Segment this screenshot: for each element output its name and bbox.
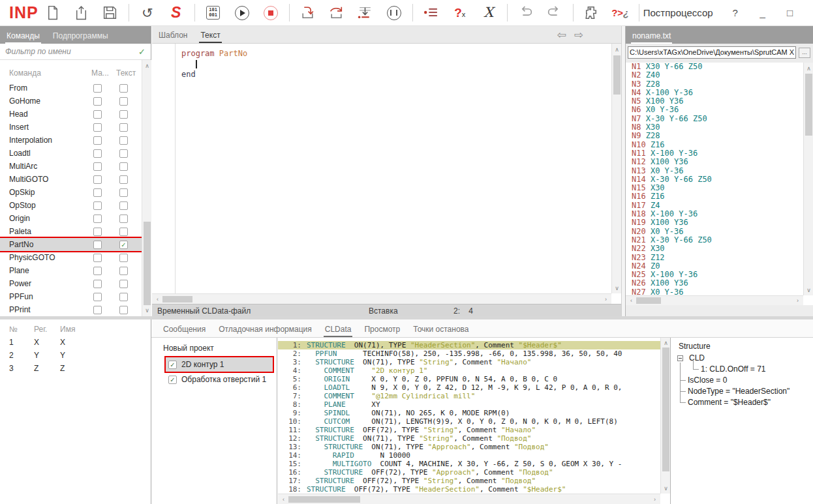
text-checkbox[interactable] <box>119 293 128 301</box>
text-checkbox[interactable] <box>119 306 128 314</box>
project-root[interactable]: Новый проект <box>163 344 214 353</box>
step-into-button[interactable] <box>298 3 318 23</box>
command-row-gohome[interactable]: GoHome <box>0 95 142 108</box>
bottom-tab-отладочная-информация[interactable]: Отладочная информация <box>217 325 313 337</box>
filter-checkmark-icon[interactable]: ✓ <box>138 47 146 57</box>
revert-button[interactable]: ↺ <box>138 3 157 23</box>
macro-checkbox[interactable] <box>93 175 102 184</box>
tab-template[interactable]: Шаблон <box>157 31 189 43</box>
cldata-line[interactable]: 15: MULTIGOTO COUNT 4, MACHINE, X 30, Y … <box>278 460 660 468</box>
macro-checkbox[interactable] <box>93 267 102 275</box>
cldata-line[interactable]: 2: PPFUN TECHINFO(58), 250, -135.998, -6… <box>278 349 660 358</box>
command-row-paleta[interactable]: Paleta <box>0 225 142 238</box>
cldata-line[interactable]: 16: STRUCTURE OFF(72), TYPE "Approach", … <box>278 468 660 477</box>
step-over-button[interactable] <box>327 3 346 23</box>
text-checkbox[interactable] <box>119 110 128 119</box>
command-row-physicgoto[interactable]: PhysicGOTO <box>0 251 142 264</box>
cldata-line[interactable]: 4: COMMENT "2D контур 1" <box>278 366 660 375</box>
cldata-line[interactable]: 3: STRUCTURE ON(71), TYPE "String", Comm… <box>278 358 660 366</box>
text-checkbox[interactable]: ✓ <box>119 241 128 249</box>
help-button[interactable]: ? <box>730 7 741 18</box>
cldata-line[interactable]: 7: COMMENT "@12mm Cylindrical mill" <box>278 392 660 400</box>
commands-scrollbar[interactable]: ∧ ∨ <box>142 60 151 316</box>
command-row-interpolation[interactable]: Interpolation <box>0 134 142 147</box>
tab-noname-txt[interactable]: noname.txt <box>631 31 672 44</box>
cldata-line[interactable]: 12: STRUCTURE ON(71), TYPE "String", Com… <box>278 434 660 443</box>
cldata-line[interactable]: 5: ORIGIN X 0, Y 0, Z 0, PPFUN 0, N 54, … <box>278 375 660 383</box>
cldata-line[interactable]: 1:STRUCTURE ON(71), TYPE "HeaderSection"… <box>278 341 660 349</box>
output-hscrollbar[interactable]: ‹ › <box>626 295 803 305</box>
macro-checkbox[interactable] <box>93 201 102 210</box>
macro-checkbox[interactable] <box>93 280 102 288</box>
command-row-opstop[interactable]: OpStop <box>0 199 142 212</box>
text-checkbox[interactable] <box>119 215 128 223</box>
bottom-tab-сообщения[interactable]: Сообщения <box>162 325 207 337</box>
cldata-line[interactable]: 6: LOADTL N 9, X 0, Y 0, Z 42, D 12, M -… <box>278 383 660 392</box>
macro-checkbox[interactable] <box>93 136 102 145</box>
vertical-splitter[interactable] <box>621 26 625 316</box>
structure-prop-nodetype[interactable]: NodeType = "HeaderSection" <box>688 387 790 396</box>
maximize-button[interactable]: □ <box>785 7 795 18</box>
text-checkbox[interactable] <box>119 123 128 132</box>
command-row-multigoto[interactable]: MultiGOTO <box>0 173 142 186</box>
text-checkbox[interactable] <box>119 228 128 236</box>
macro-checkbox[interactable] <box>93 254 102 262</box>
output-path-input[interactable]: C:\Users\xTAGx\OneDrive\Документы\SprutC… <box>628 46 796 59</box>
stop-button[interactable] <box>261 3 281 23</box>
save-file-button[interactable] <box>100 3 120 23</box>
command-row-from[interactable]: From <box>0 82 142 95</box>
gcode-binary-button[interactable]: 101 001 <box>204 3 223 23</box>
text-checkbox[interactable] <box>119 280 128 288</box>
cldata-line[interactable]: 10: CUTCOM ON(71), LENGTH(9)9, X 0, Y 0,… <box>278 417 660 426</box>
text-checkbox[interactable] <box>119 188 128 197</box>
macro-checkbox[interactable] <box>93 123 102 132</box>
redo-button[interactable] <box>545 3 564 23</box>
cldata-line[interactable]: 9: SPINDL ON(71), NO 265, K 0, MODE RPM(… <box>278 409 660 417</box>
open-file-button[interactable] <box>72 3 91 23</box>
command-row-origin[interactable]: Origin <box>0 212 142 225</box>
macro-checkbox[interactable] <box>93 188 102 197</box>
code-editor[interactable]: program PartNo end <box>152 44 611 293</box>
pause-button[interactable] <box>384 3 404 23</box>
command-row-partno[interactable]: PartNo✓ <box>0 238 142 251</box>
minimize-button[interactable]: _ <box>758 7 768 18</box>
forward-icon[interactable]: ⇨ <box>574 28 583 42</box>
tab-subroutines[interactable]: Подпрограммы <box>52 31 110 44</box>
text-checkbox[interactable] <box>119 254 128 262</box>
cldata-hscrollbar[interactable]: ‹ › <box>278 494 660 504</box>
macro-checkbox[interactable] <box>93 228 102 236</box>
text-checkbox[interactable] <box>119 136 128 145</box>
text-checkbox[interactable] <box>119 201 128 210</box>
text-checkbox[interactable] <box>119 267 128 275</box>
cldata-listing[interactable]: 1:STRUCTURE ON(71), TYPE "HeaderSection"… <box>278 338 660 494</box>
cldata-line[interactable]: 13: STRUCTURE ON(71), TYPE "Approach", C… <box>278 443 660 451</box>
filter-row[interactable]: Фильтр по имени ✓ <box>0 44 151 60</box>
macro-checkbox[interactable] <box>93 110 102 119</box>
macro-checkbox[interactable] <box>93 215 102 223</box>
tab-text[interactable]: Текст <box>199 31 221 43</box>
editor-hscrollbar[interactable]: ‹ › <box>152 293 611 304</box>
text-checkbox[interactable] <box>119 97 128 106</box>
cldata-line[interactable]: 14: RAPID N 10000 <box>278 451 660 460</box>
macro-checkbox[interactable] <box>93 162 102 171</box>
browse-button[interactable]: ... <box>799 48 810 58</box>
text-checkbox[interactable] <box>119 175 128 184</box>
text-checkbox[interactable] <box>119 84 128 93</box>
evaluate-button[interactable]: ?x <box>450 3 470 23</box>
cldata-line[interactable]: 17: STRUCTURE OFF(72), TYPE "String", Co… <box>278 477 660 485</box>
new-file-button[interactable] <box>43 3 63 23</box>
project-item[interactable]: ✓Обработка отверстий 1 <box>166 372 273 387</box>
macro-checkbox[interactable] <box>93 241 102 249</box>
command-row-pprint[interactable]: PPrint <box>0 303 142 316</box>
back-icon[interactable]: ⇦ <box>557 28 566 42</box>
filter-input[interactable]: Фильтр по имени <box>5 47 138 56</box>
variables-button[interactable]: X <box>479 3 499 23</box>
structure-prop-comment[interactable]: Comment = "$Header$" <box>688 398 771 407</box>
gcode-listing[interactable]: N1 X30 Y-66 Z50N2 Z40N3 Z28N4 X-100 Y-36… <box>626 63 803 295</box>
text-checkbox[interactable] <box>119 162 128 171</box>
command-row-plane[interactable]: Plane <box>0 264 142 277</box>
structure-prop-isclose[interactable]: IsClose = 0 <box>688 376 727 385</box>
bottom-tab-cldata[interactable]: CLData <box>324 325 353 337</box>
command-row-power[interactable]: Power <box>0 277 142 290</box>
cldata-line[interactable]: 18:STRUCTURE OFF(72), TYPE "HeaderSectio… <box>278 485 660 494</box>
